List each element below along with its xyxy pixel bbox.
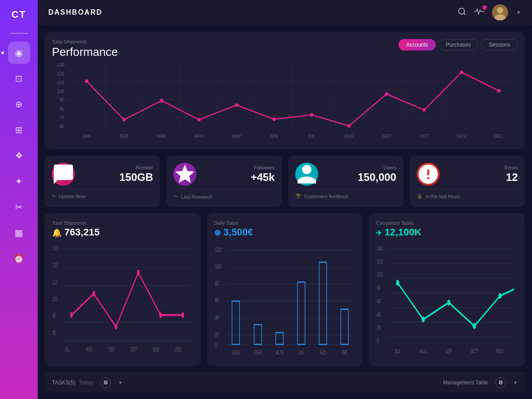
svg-text:120: 120 [215,246,221,254]
stat-card-errors: Errors 12 🔒 In the last hours [410,156,525,207]
svg-text:140: 140 [377,244,383,252]
svg-text:20: 20 [377,324,381,331]
sidebar-item-network[interactable]: ⊕ [8,93,30,115]
stat-action-followers: 〜 Last Research [173,193,274,200]
svg-text:100: 100 [53,295,58,302]
svg-text:120: 120 [53,261,58,269]
sidebar-item-star[interactable]: ✦ [8,170,30,192]
svg-text:60: 60 [215,297,219,304]
tasks-label: TASKS(5) [52,379,75,386]
person-icon: ⊡ [15,73,23,84]
svg-text:20: 20 [215,330,219,338]
stat-action-users: 🏆 Customers feedback [295,193,396,199]
svg-text:OCT: OCT [471,347,478,355]
bell-icon: 🔔 [52,228,62,237]
svg-text:AUG: AUG [419,347,427,355]
stat-label-number: Number [81,165,153,170]
avatar[interactable] [492,4,508,20]
research-icon: 〜 [173,193,178,200]
performance-line-chart [68,63,518,129]
sidebar-item-clipboard[interactable]: ⊞ [8,119,30,141]
tab-accounts[interactable]: Accounts [399,39,435,51]
svg-rect-76 [319,262,327,344]
svg-text:40: 40 [215,313,219,321]
svg-point-22 [85,79,89,83]
stat-label-errors: Errors [446,165,518,170]
svg-text:100: 100 [377,271,383,278]
management-chevron[interactable]: ▼ [513,380,518,385]
performance-header: Total Shipments Performance Accounts Pur… [52,39,518,59]
svg-text:RO: RO [320,349,326,356]
svg-point-2 [497,7,503,13]
svg-text:USA: USA [232,349,240,356]
sidebar-item-tools[interactable]: ✂ [8,196,30,218]
sidebar-item-puzzle[interactable]: ❖ [8,145,30,167]
svg-text:NOV: NOV [496,347,504,355]
main-content: DASHBOARD ▼ [38,0,532,399]
sidebar-item-chart[interactable]: ◉ [8,42,30,64]
svg-point-49 [137,270,140,275]
tasks-icon: ✈ [376,229,382,237]
svg-point-0 [459,8,465,14]
sidebar-item-alarm[interactable]: ⏰ [8,247,30,270]
shipments-value: 🔔 763,215 [52,227,194,238]
stat-icon-users [295,163,318,186]
footer-management: Management Table [443,379,488,386]
svg-point-50 [159,312,162,318]
management-gear-button[interactable]: ⚙ [495,377,506,388]
bars-icon: ▦ [15,227,23,238]
search-button[interactable] [458,7,466,18]
footer: TASKS(5) Today ⚙ ▼ Management Table ⚙ ▼ [45,372,525,392]
svg-text:AUS: AUS [276,349,283,356]
svg-point-48 [115,324,117,330]
svg-text:110: 110 [53,278,58,286]
svg-text:JUL: JUL [64,345,70,353]
svg-point-101 [447,300,450,305]
tab-purchases[interactable]: Purchases [438,39,479,51]
svg-text:80: 80 [53,329,56,336]
sidebar-item-person[interactable]: ⊡ [8,67,30,90]
svg-text:BR: BR [342,349,347,356]
tasks-chevron[interactable]: ▼ [118,380,123,385]
stat-icon-errors [417,163,440,186]
stat-label-followers: Followers [203,165,274,170]
svg-point-23 [122,118,126,121]
tasks-card: Completed Tasks ✈ 12,100K 140 120 100 80… [369,213,525,366]
svg-text:DEC: DEC [175,345,181,353]
svg-text:40: 40 [377,310,381,318]
stat-action-number: ↻ Update Now [52,193,153,199]
tools-icon: ✂ [15,202,23,212]
footer-tasks: TASKS(5) Today [52,379,93,386]
svg-point-47 [92,291,95,297]
page-title: DASHBOARD [48,8,450,16]
svg-text:AUG: AUG [86,345,93,353]
chart-icon: ◉ [15,47,23,58]
performance-tabs: Accounts Purchases Sessions [399,39,518,51]
svg-point-30 [385,92,388,96]
stat-icon-number [52,163,75,186]
svg-text:NOV: NOV [153,345,160,353]
sidebar-item-bars[interactable]: ▦ [8,222,30,244]
stat-icon-followers [173,163,196,186]
svg-rect-77 [340,309,348,344]
svg-point-33 [497,89,501,93]
x-axis-labels: JAN FEB MAR APR MAY JUN JUL AUG SEP OCT … [68,130,518,142]
svg-text:0: 0 [377,337,379,344]
stat-card-number: Number 150GB ↻ Update Now [45,156,160,207]
sales-value: ⊗ 3,500€ [214,227,356,238]
shipments-card: Total Shipments 🔔 763,215 130 120 110 10… [45,213,201,366]
sidebar: CT ◉ ⊡ ⊕ ⊞ ❖ ✦ ✂ ▦ ⏰ [0,0,38,399]
svg-text:80: 80 [215,280,219,287]
completed-tasks-chart: 140 120 100 80 60 40 20 0 [376,242,518,359]
svg-point-25 [197,118,201,121]
puzzle-icon: ❖ [15,150,23,161]
svg-point-46 [70,312,73,318]
tab-sessions[interactable]: Sessions [481,39,518,51]
performance-subtitle: Total Shipments [52,39,118,44]
tasks-gear-button[interactable]: ⚙ [100,377,111,388]
avatar-chevron: ▼ [516,9,521,16]
pulse-button[interactable] [474,7,484,18]
svg-point-99 [396,280,399,286]
svg-point-27 [272,117,276,121]
performance-title-group: Total Shipments Performance [52,39,118,59]
